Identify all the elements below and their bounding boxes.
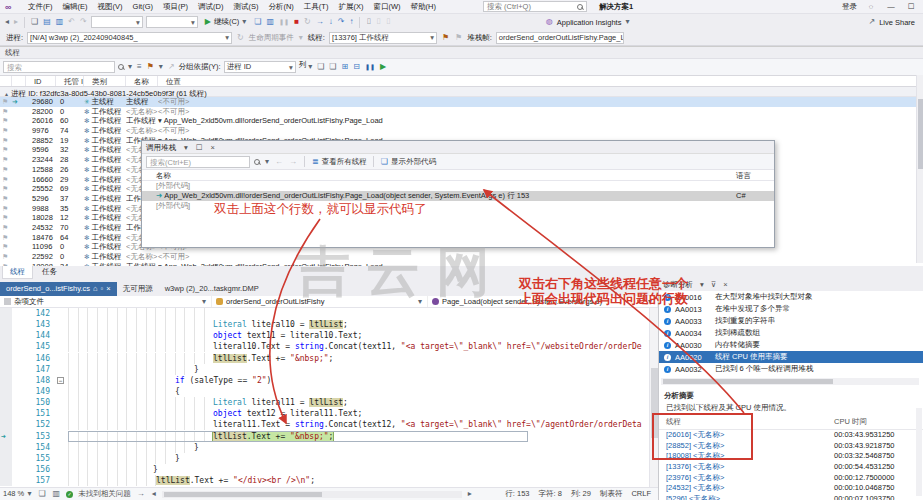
line-number[interactable]: 152 bbox=[12, 419, 56, 430]
flag-icon[interactable]: ⚑ bbox=[0, 116, 12, 126]
line-number[interactable]: 147 bbox=[12, 364, 56, 375]
flag-threads-icon[interactable]: ⚑ bbox=[441, 31, 450, 45]
menu-测试(S)[interactable]: 测试(S) bbox=[228, 0, 263, 14]
group-by-dropdown[interactable]: 进程 ID▾ bbox=[224, 61, 296, 73]
stop-debugging-icon[interactable]: ■ bbox=[293, 15, 300, 29]
diagnostic-item[interactable]: iAA0016在大型对象堆中找到大型对象 bbox=[659, 291, 923, 303]
flag-icon[interactable]: ⚑ bbox=[0, 126, 12, 136]
editor-horizontal-scrollbar[interactable] bbox=[162, 491, 462, 498]
line-number[interactable]: 153 bbox=[12, 431, 56, 442]
line-number[interactable]: 155 bbox=[12, 453, 56, 464]
thread-location[interactable]: <不可用> bbox=[158, 126, 923, 136]
code-line[interactable]: 144object text11 = literal10.Text; bbox=[0, 330, 658, 341]
expand-all-icon[interactable]: ⊞ bbox=[341, 60, 350, 74]
thread-link[interactable]: [5296] <无名称> bbox=[666, 494, 834, 500]
menu-调试(D)[interactable]: 调试(D) bbox=[193, 0, 228, 14]
thread-location[interactable]: <不可用> bbox=[158, 97, 923, 107]
stack-frame-dropdown[interactable]: orderSend_orderOutListFishy.Page_Lo▾ bbox=[496, 32, 624, 44]
project-dropdown[interactable]: 杂项文件▾ bbox=[0, 296, 212, 307]
code-line[interactable]: 142 bbox=[0, 308, 658, 319]
document-tab-1[interactable]: 无可用源 bbox=[117, 282, 159, 296]
line-number[interactable]: 154 bbox=[12, 442, 56, 453]
menu-帮助(H)[interactable]: 帮助(H) bbox=[406, 0, 441, 14]
thread-row[interactable]: ⚑2601660✻工作线程工作线程▾App_Web_2xld50vm.dll!o… bbox=[0, 116, 923, 126]
line-number[interactable]: 150 bbox=[12, 397, 56, 408]
search-callstack-icon[interactable]: ↗ bbox=[167, 60, 176, 74]
line-number[interactable]: 156 bbox=[12, 464, 56, 475]
close-icon[interactable]: × bbox=[211, 141, 215, 153]
close-icon[interactable]: × bbox=[106, 282, 110, 296]
bookmark-next-icon[interactable]: ⌷ bbox=[385, 15, 392, 29]
menu-扩展(X)[interactable]: 扩展(X) bbox=[333, 0, 368, 14]
menu-项目(P)[interactable]: 项目(P) bbox=[158, 0, 193, 14]
thread-link[interactable]: [13376] <无名称> bbox=[666, 462, 834, 473]
flag-icon[interactable]: ⚑ bbox=[0, 233, 12, 243]
navigate-back-icon[interactable]: ◂ bbox=[4, 15, 10, 29]
diagnostics-hscrollbar[interactable] bbox=[661, 378, 919, 385]
flag-icon[interactable]: ⚑ bbox=[0, 223, 12, 233]
show-external-code-button[interactable]: ❏显示外部代码 bbox=[380, 155, 436, 169]
flag-icon[interactable]: ⚑ bbox=[0, 97, 12, 107]
app-insights-button[interactable]: ◍ Application Insights ▾ bbox=[545, 15, 631, 29]
search-back-icon[interactable]: ← bbox=[274, 155, 284, 169]
flag-icon[interactable]: ⚑ bbox=[0, 136, 12, 146]
diagnostic-item[interactable]: iAA0032已找到 6 个唯一线程调用堆栈 bbox=[659, 363, 923, 375]
flagged-only-icon[interactable]: ⚑ bbox=[454, 31, 463, 45]
flag-icon[interactable]: ⚑ bbox=[0, 175, 12, 185]
breakpoint-gutter[interactable] bbox=[0, 341, 12, 352]
whitespace-icon[interactable]: ▥ bbox=[52, 487, 62, 500]
bookmark-prev-icon[interactable]: ⌷ bbox=[375, 15, 382, 29]
code-line[interactable]: 154} bbox=[0, 442, 658, 453]
scroll-left-icon[interactable]: ◂ bbox=[151, 487, 157, 500]
code-line[interactable]: 149{ bbox=[0, 386, 658, 397]
bookmark-icon[interactable]: ⌷ bbox=[365, 15, 372, 29]
menu-文件(F)[interactable]: 文件(F) bbox=[23, 0, 58, 14]
platform-dropdown[interactable]: ▾ bbox=[146, 16, 198, 28]
call-stack-frame[interactable]: [外部代码] bbox=[142, 181, 774, 191]
call-stack-search-input[interactable]: 搜索(Ctrl+E) bbox=[146, 156, 250, 168]
code-line[interactable]: 151object text12 = literal11.Text; bbox=[0, 408, 658, 419]
zoom-level-dropdown[interactable]: 148 % ▾ bbox=[3, 487, 32, 500]
code-line[interactable]: 152literal11.Text = string.Concat(text12… bbox=[0, 419, 658, 430]
thread-row[interactable]: ⚑➜296800✳主线程主线程<不可用> bbox=[0, 97, 923, 107]
breakpoint-gutter[interactable] bbox=[0, 397, 12, 408]
thread-row[interactable]: ⚑997674✻工作线程<无名称><不可用> bbox=[0, 126, 923, 136]
redo-icon[interactable]: ↷ bbox=[79, 15, 88, 29]
breakpoint-gutter[interactable] bbox=[0, 353, 12, 364]
breakpoint-gutter[interactable] bbox=[0, 464, 12, 475]
menu-分析(N)[interactable]: 分析(N) bbox=[263, 0, 298, 14]
live-share-button[interactable]: ↗ Live Share bbox=[867, 15, 919, 29]
threads-search-icon[interactable] bbox=[118, 64, 124, 70]
fold-collapse-icon[interactable]: − bbox=[57, 377, 64, 384]
thread-location[interactable]: ▾App_Web_2xld50vm.dll!orderSend_orderOut… bbox=[158, 116, 923, 126]
thread-row[interactable]: ⚑225920✻工作线程<无名称><不可用> bbox=[0, 252, 923, 262]
break-all-icon[interactable]: ❚❚ bbox=[278, 15, 290, 29]
diagnostic-item[interactable]: iAA0033找到重复的字符串 bbox=[659, 315, 923, 327]
code-cleanup-icon[interactable]: → bbox=[136, 487, 146, 500]
code-line[interactable]: 156} bbox=[0, 464, 658, 475]
menu-视图(V)[interactable]: 视图(V) bbox=[93, 0, 128, 14]
continue-button[interactable]: ▶ 继续(C) ▾ bbox=[201, 16, 251, 29]
code-line[interactable]: 143Literal literal10 = ltlList; bbox=[0, 319, 658, 330]
call-stack-title-bar[interactable]: 调用堆栈 ▾ ☐ × bbox=[142, 141, 774, 154]
flag-icon[interactable]: ⚑ bbox=[0, 145, 12, 155]
save-all-icon[interactable]: ▥ bbox=[55, 15, 65, 29]
flag-icon[interactable]: ⚑ bbox=[0, 107, 12, 117]
menu-编辑(E)[interactable]: 编辑(E) bbox=[58, 0, 93, 14]
flag-icon[interactable]: ⚑ bbox=[0, 252, 12, 262]
breakpoint-gutter[interactable] bbox=[0, 386, 12, 397]
search-forward-icon[interactable]: → bbox=[288, 155, 298, 169]
code-line[interactable]: 146ltlList.Text += "&nbsp;"; bbox=[0, 353, 658, 364]
menu-Git(G)[interactable]: Git(G) bbox=[128, 0, 158, 14]
breakpoint-gutter[interactable]: ➜ bbox=[0, 431, 12, 442]
line-number[interactable]: 151 bbox=[12, 408, 56, 419]
expand-groups-icon[interactable]: ❏ bbox=[316, 60, 325, 74]
breakpoint-gutter[interactable] bbox=[0, 319, 12, 330]
save-icon[interactable]: ▤ bbox=[42, 15, 52, 29]
flag-icon[interactable]: ⚑ bbox=[0, 165, 12, 175]
window-position-icon[interactable]: ▾ bbox=[184, 141, 188, 153]
navigate-forward-icon[interactable]: ▸ bbox=[13, 15, 19, 29]
thaw-icon[interactable]: ▶ bbox=[379, 60, 387, 74]
call-stack-search-icon[interactable] bbox=[254, 159, 260, 165]
code-line[interactable]: ➜153ltlList.Text += "&nbsp;"; bbox=[0, 431, 658, 442]
